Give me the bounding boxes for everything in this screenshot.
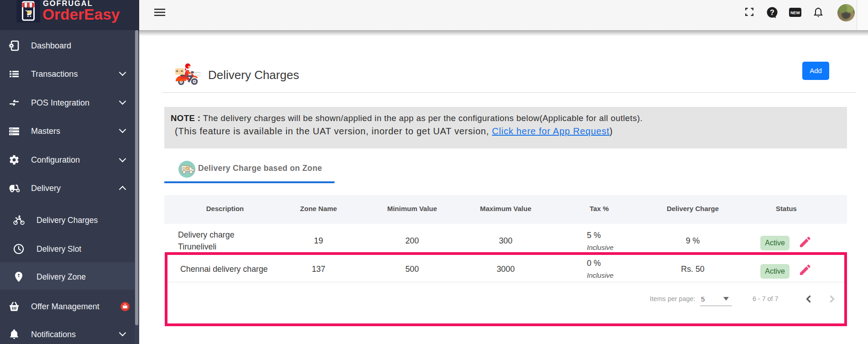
svg-text:?: ? <box>770 9 774 16</box>
svg-text:NEW: NEW <box>790 11 800 15</box>
